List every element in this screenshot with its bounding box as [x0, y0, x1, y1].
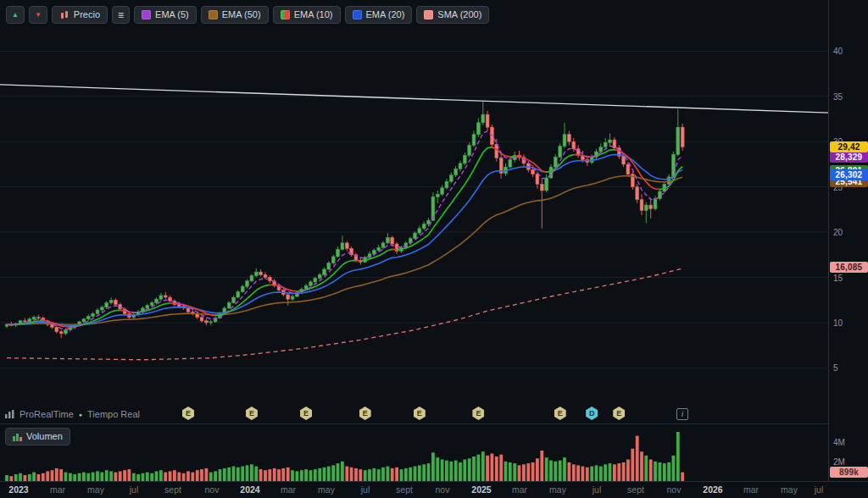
time-axis-label: 2023 [8, 484, 28, 495]
price-button-label: Precio [74, 10, 100, 19]
time-axis-label: 2024 [240, 484, 259, 495]
buy-button[interactable]: ▲ [6, 6, 25, 24]
time-axis-label: 2026 [703, 484, 722, 495]
time-axis-label: sept [396, 484, 413, 495]
axis-badge-last-price: 29,42 [830, 141, 868, 152]
price-axis[interactable]: 5101520253035404M2M29,4228,32926,80126,3… [828, 0, 868, 481]
volume-bars-icon [13, 432, 22, 441]
price-tick-label: 40 [833, 47, 843, 56]
ema50-color-icon [209, 10, 218, 19]
time-axis-label: mar [50, 484, 65, 495]
ema20-color-icon [353, 10, 362, 19]
time-axis-label: 2025 [471, 484, 491, 495]
volume-chart[interactable] [0, 423, 828, 481]
earnings-marker[interactable]: E [554, 407, 566, 420]
volume-indicator-button[interactable]: Volumen [5, 428, 70, 445]
time-axis-label: nov [205, 484, 220, 495]
chart-toolbar: ▲ ▼ Precio ≡ EMA (5) EMA (50) EMA (10) E… [6, 6, 489, 24]
sma200-color-icon [424, 10, 433, 19]
time-axis-label: jul [361, 484, 370, 495]
prorealtime-logo-icon [4, 409, 14, 419]
price-chart[interactable] [0, 0, 828, 423]
earnings-marker[interactable]: E [414, 407, 426, 420]
info-button[interactable]: i [676, 408, 688, 420]
list-icon: ≡ [118, 10, 124, 20]
price-tick-label: 15 [833, 273, 843, 282]
realtime-status-label: Tiempo Real [87, 409, 140, 419]
volume-tick-label: 4M [833, 437, 845, 446]
time-axis-label: jul [815, 484, 824, 495]
axis-badge-volume: 899k [830, 467, 868, 478]
volume-tick-label: 2M [833, 456, 845, 466]
price-tick-label: 35 [833, 91, 843, 101]
indicator-label: EMA (5) [155, 10, 189, 19]
panel-separator [0, 423, 828, 424]
indicator-ema-50-button[interactable]: EMA (50) [201, 6, 269, 24]
earnings-marker[interactable]: E [246, 407, 258, 420]
time-axis[interactable]: 2023marmayjulseptnov2024marmayjulseptnov… [0, 482, 868, 498]
price-button[interactable]: Precio [52, 6, 108, 24]
brand-label: ProRealTime [19, 409, 74, 419]
axis-badge-ema5: 28,329 [830, 152, 868, 163]
time-axis-label: mar [281, 484, 296, 495]
time-axis-label: may [549, 484, 566, 495]
indicator-sma-200-button[interactable]: SMA (200) [416, 6, 489, 24]
time-axis-label: mar [512, 484, 527, 495]
price-tick-label: 20 [833, 228, 843, 237]
indicator-label: SMA (200) [437, 10, 481, 19]
time-axis-label: jul [593, 484, 602, 495]
earnings-marker[interactable]: E [182, 407, 194, 420]
time-axis-label: sept [164, 484, 181, 495]
indicator-ema-10-button[interactable]: EMA (10) [273, 6, 341, 24]
indicator-label: EMA (50) [222, 10, 261, 19]
earnings-marker[interactable]: E [300, 407, 312, 420]
trading-chart-app: ▲ ▼ Precio ≡ EMA (5) EMA (50) EMA (10) E… [0, 0, 868, 498]
indicator-ema-20-button[interactable]: EMA (20) [345, 6, 413, 24]
up-arrow-icon: ▲ [12, 12, 19, 19]
down-arrow-icon: ▼ [35, 12, 42, 19]
indicator-label: EMA (10) [294, 10, 333, 19]
time-axis-label: may [318, 484, 335, 495]
indicator-list-button[interactable]: ≡ [112, 6, 130, 24]
time-axis-label: may [781, 484, 798, 495]
indicator-label: EMA (20) [366, 10, 405, 19]
time-axis-label: jul [130, 484, 139, 495]
dividend-marker[interactable]: D [586, 407, 598, 420]
earnings-marker[interactable]: E [359, 407, 371, 420]
candlestick-icon [59, 10, 70, 20]
time-axis-label: may [87, 484, 104, 495]
time-axis-label: nov [667, 484, 682, 495]
indicator-ema-5-button[interactable]: EMA (5) [134, 6, 197, 24]
axis-badge-ema20: 26,302 [830, 169, 868, 180]
ema5-color-icon [142, 10, 151, 19]
time-axis-label: sept [627, 484, 644, 495]
volume-label: Volumen [26, 432, 63, 441]
earnings-marker[interactable]: E [472, 407, 484, 420]
earnings-marker[interactable]: E [613, 407, 625, 420]
ema10-color-icon [281, 10, 290, 19]
price-tick-label: 5 [833, 363, 838, 373]
time-axis-label: mar [743, 484, 759, 495]
live-dot-icon: ● [79, 412, 82, 418]
price-tick-label: 10 [833, 318, 843, 327]
axis-badge-sma200: 16,085 [830, 262, 868, 273]
watermark: ProRealTime ● Tiempo Real [4, 409, 140, 419]
sell-button[interactable]: ▼ [29, 6, 47, 24]
time-axis-label: nov [436, 484, 450, 495]
